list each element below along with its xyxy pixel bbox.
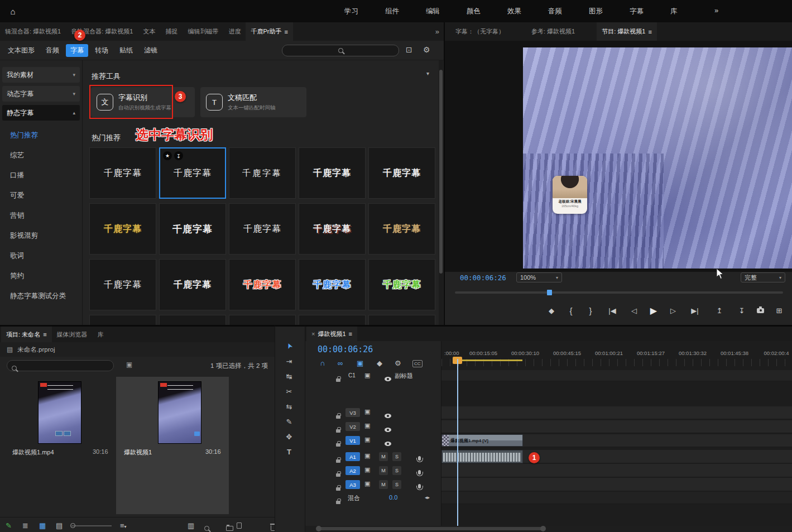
timeline-scrollbar[interactable] bbox=[316, 526, 546, 531]
mark-out-icon[interactable]: } bbox=[583, 304, 598, 317]
category-filters[interactable]: 滤镜 bbox=[140, 44, 162, 57]
panel-menu-icon[interactable]: ≡ bbox=[284, 28, 287, 35]
go-to-in-icon[interactable]: |◀ bbox=[603, 304, 622, 317]
plugin-search-input[interactable] bbox=[282, 45, 399, 56]
subtitle-style-card[interactable]: 千鹿字幕 bbox=[229, 203, 296, 255]
plugin-scrollbar[interactable] bbox=[439, 60, 443, 325]
track-select-forward-tool[interactable]: ⇥ bbox=[281, 355, 297, 367]
find-icon[interactable] bbox=[204, 526, 209, 531]
razor-tool[interactable]: ✂ bbox=[281, 385, 297, 397]
mic-icon[interactable] bbox=[418, 484, 421, 488]
sync-lock-icon[interactable]: ▣ bbox=[364, 436, 370, 443]
menu-item-audio[interactable]: 音频 bbox=[548, 7, 562, 16]
tab-capture[interactable]: 捕捉 bbox=[160, 22, 183, 41]
hand-tool[interactable]: ✥ bbox=[281, 430, 297, 443]
export-frame-icon[interactable] bbox=[757, 308, 764, 313]
list-view-icon[interactable]: ≣ bbox=[22, 521, 28, 530]
project-search-input[interactable] bbox=[7, 360, 114, 371]
writable-pen-icon[interactable]: ✎ bbox=[6, 521, 12, 530]
subtitle-style-card[interactable]: 千鹿字幕 bbox=[229, 259, 296, 310]
lock-icon[interactable] bbox=[336, 443, 340, 447]
keyframe-nav-icon[interactable]: ◂▸ bbox=[425, 495, 430, 500]
subtitle-style-card[interactable]: 千鹿字幕 bbox=[89, 203, 156, 255]
sync-lock-icon[interactable]: ▣ bbox=[364, 452, 370, 459]
scrollbar-handle-left[interactable] bbox=[316, 526, 321, 531]
plugin-tabbar-overflow-icon[interactable]: » bbox=[435, 27, 439, 36]
track-v2-button[interactable]: V2 bbox=[345, 422, 360, 431]
mic-icon[interactable] bbox=[418, 470, 421, 475]
subtitle-style-card[interactable]: 千鹿字幕 bbox=[368, 259, 435, 310]
captions-cc-button[interactable]: CC bbox=[412, 360, 423, 367]
toggle-output-icon[interactable] bbox=[385, 428, 391, 432]
project-item-thumbnail[interactable] bbox=[38, 381, 81, 444]
subtitle-style-card[interactable]: 千鹿字幕 bbox=[299, 259, 366, 310]
subtitle-style-card[interactable]: 千鹿字幕 bbox=[299, 315, 366, 325]
lock-icon[interactable] bbox=[336, 415, 340, 419]
scrubber-playhead[interactable] bbox=[547, 290, 552, 295]
timeline-settings-wrench-icon[interactable]: ⚙ bbox=[395, 359, 401, 367]
subtitle-style-card[interactable]: 千鹿字幕 bbox=[89, 147, 156, 199]
lock-icon[interactable] bbox=[336, 487, 340, 491]
v2-lane[interactable] bbox=[441, 420, 792, 433]
sync-lock-icon[interactable]: ▣ bbox=[364, 480, 370, 487]
category-stickers[interactable]: 贴纸 bbox=[115, 44, 137, 57]
menubar-overflow-icon[interactable]: » bbox=[714, 6, 718, 15]
caption-track-lane[interactable] bbox=[441, 370, 792, 381]
a2-lane[interactable] bbox=[441, 464, 792, 477]
subtitle-style-card-selected[interactable]: ★ ↧ 千鹿字幕 bbox=[159, 147, 226, 199]
menu-item-captions[interactable]: 字幕 bbox=[630, 7, 644, 16]
close-icon[interactable]: × bbox=[311, 330, 315, 337]
tab-text[interactable]: 文本 bbox=[138, 22, 160, 41]
sidebar-item-talking[interactable]: 口播 bbox=[0, 165, 82, 185]
master-volume-value[interactable]: 0.0 bbox=[389, 494, 397, 501]
collapse-chevron-icon[interactable]: ▾ bbox=[426, 70, 429, 76]
collection-icon[interactable]: ⊡ bbox=[406, 45, 412, 54]
menu-item-edit[interactable]: 编辑 bbox=[426, 7, 440, 16]
sidebar-group-my-assets[interactable]: 我的素材▾ bbox=[2, 67, 80, 83]
sidebar-group-static-captions[interactable]: 静态字幕▴ bbox=[2, 105, 80, 121]
sync-lock-icon[interactable]: ▣ bbox=[364, 408, 370, 415]
scrollbar-handle-right[interactable] bbox=[540, 526, 546, 531]
comparison-view-icon[interactable]: ⊞ bbox=[772, 304, 786, 317]
list-filter-icon[interactable]: ▣ bbox=[126, 361, 132, 368]
snap-icon[interactable]: ∩ bbox=[320, 359, 325, 367]
nest-toggle-icon[interactable]: ▣ bbox=[357, 359, 363, 367]
lock-icon[interactable] bbox=[336, 378, 340, 382]
sidebar-item-film-remix[interactable]: 影视混剪 bbox=[0, 226, 82, 246]
monitor-scrubber[interactable] bbox=[455, 289, 783, 296]
sidebar-item-hot[interactable]: 热门推荐 bbox=[0, 125, 82, 145]
v3-lane[interactable] bbox=[441, 406, 792, 419]
tool-script-match[interactable]: T 文稿匹配 文本一键匹配时间轴 bbox=[200, 87, 306, 117]
sync-lock-icon[interactable]: ▣ bbox=[364, 422, 370, 429]
a3-lane[interactable] bbox=[441, 478, 792, 491]
panel-menu-icon[interactable]: ≡ bbox=[648, 28, 651, 35]
track-a1-button[interactable]: A1 bbox=[345, 452, 360, 461]
delete-icon[interactable] bbox=[271, 525, 275, 531]
video-clip[interactable]: 爆款视频1.mp4 [V] bbox=[441, 434, 523, 447]
project-item-thumbnail-selected[interactable] bbox=[158, 381, 201, 444]
menu-item-effects[interactable]: 效果 bbox=[507, 7, 521, 16]
subtitle-style-card[interactable]: 千鹿字幕 bbox=[159, 315, 226, 325]
lock-icon[interactable] bbox=[336, 473, 340, 477]
menu-item-graphics[interactable]: 图形 bbox=[589, 7, 603, 16]
tab-qianlu-assistant[interactable]: 千鹿Pr助手≡ bbox=[246, 22, 292, 41]
zoom-slider-knob[interactable] bbox=[70, 523, 75, 528]
menu-item-learn[interactable]: 学习 bbox=[344, 7, 358, 16]
track-v3-button[interactable]: V3 bbox=[345, 408, 360, 417]
new-item-icon[interactable] bbox=[237, 523, 242, 529]
subtitle-style-card[interactable]: 千鹿字幕 bbox=[299, 203, 366, 255]
home-button[interactable]: ⌂ bbox=[6, 4, 20, 18]
toggle-output-icon[interactable] bbox=[385, 377, 391, 381]
panel-menu-icon[interactable]: ≡ bbox=[349, 330, 352, 337]
subtitle-style-card[interactable]: 千鹿字幕 bbox=[229, 147, 296, 199]
tab-media-browser[interactable]: 媒体浏览器 bbox=[52, 327, 93, 342]
lock-icon[interactable] bbox=[336, 429, 340, 433]
sidebar-item-marketing[interactable]: 营销 bbox=[0, 205, 82, 226]
category-text-graphics[interactable]: 文本图形 bbox=[3, 44, 39, 57]
sidebar-item-minimal[interactable]: 简约 bbox=[0, 266, 82, 286]
tab-program-monitor[interactable]: 节目: 爆款视频1≡ bbox=[597, 22, 657, 41]
favorite-star-icon[interactable]: ★ bbox=[163, 151, 172, 160]
fit-mode-select[interactable]: 完整▾ bbox=[741, 272, 785, 282]
item-name[interactable]: 爆款视频1.mp4 bbox=[12, 448, 54, 457]
tab-edit-to-tape[interactable]: 编辑到磁带 bbox=[183, 22, 223, 41]
